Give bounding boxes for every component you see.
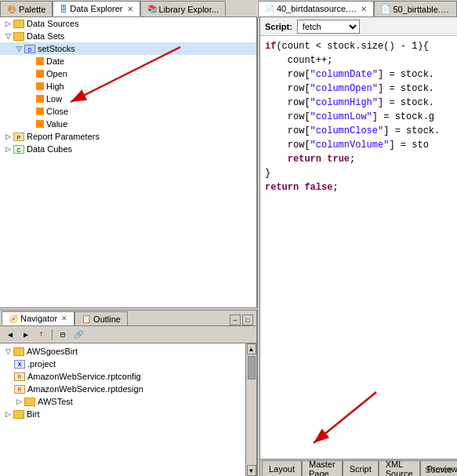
dataset-icon: D <box>24 45 35 53</box>
code-line-5: row["columnHigh"] = stock. <box>265 96 452 110</box>
tab-outline[interactable]: 📋 Outline <box>74 311 128 325</box>
right-panel: Script: fetch open close if(count < stoc… <box>260 17 457 476</box>
field-icon-date <box>36 57 44 65</box>
tree-item-report-params[interactable]: ▷ P Report Parameters <box>0 130 256 143</box>
folder-icon-data-sets <box>13 32 24 41</box>
expand-icon-setstocks: ▽ <box>14 44 24 53</box>
code-line-3: row["columnDate"] = stock. <box>265 67 452 82</box>
data-cubes-icon: C <box>13 145 24 154</box>
vertical-splitter[interactable] <box>257 17 260 476</box>
scroll-thumb[interactable] <box>248 356 256 380</box>
library-icon: 📚 <box>147 5 157 13</box>
code-line-2: count++; <box>265 53 452 67</box>
tab-library-explorer[interactable]: 📚 Library Explor... <box>140 1 226 16</box>
expand-icon-data-sources: ▷ <box>3 19 13 28</box>
maximize-btn[interactable]: □ <box>242 314 253 325</box>
expand-icon-awstest: ▷ <box>14 397 24 406</box>
rpt-icon-config: R <box>14 372 25 381</box>
expand-icon-awsgoesbirt: ▽ <box>3 347 13 356</box>
minimize-btn[interactable]: ─ <box>230 314 241 325</box>
code-area: if(count < stock.size() - 1){ count++; r… <box>260 36 457 459</box>
script-label: Script: <box>265 22 292 31</box>
outline-icon: 📋 <box>82 314 91 323</box>
code-line-4: row["columnOpen"] = stock. <box>265 82 452 96</box>
field-icon-value <box>36 120 44 128</box>
link-btn[interactable]: 🔗 <box>71 329 85 341</box>
field-icon-close <box>36 107 44 115</box>
scroll-down-btn[interactable]: ▼ <box>247 465 256 476</box>
code-line-6: row["columnLow"] = stock.g <box>265 110 452 124</box>
tab-navigator[interactable]: 🧭 Navigator ✕ <box>2 311 74 325</box>
data-explorer-panel: ▷ Data Sources ▽ Data Sets ▽ D setStocks… <box>0 17 257 307</box>
tab-layout[interactable]: Layout <box>262 460 302 476</box>
tree-item-high[interactable]: High <box>0 80 256 93</box>
nav-item-project[interactable]: X .project <box>0 358 245 370</box>
tree-item-setstocks[interactable]: ▽ D setStocks <box>0 42 256 55</box>
code-line-8: row["columnVolume"] = sto <box>265 138 452 152</box>
field-icon-open <box>36 70 44 78</box>
forward-btn[interactable]: ▶ <box>19 329 33 341</box>
navigator-icon: 🧭 <box>9 314 18 323</box>
xml-file-icon-2: 📄 <box>381 5 390 13</box>
folder-icon-birt <box>13 410 24 419</box>
xml-icon-project: X <box>14 360 25 369</box>
folder-icon-awstest <box>24 398 35 406</box>
folder-icon-data-sources <box>13 20 24 28</box>
rpt-icon-design: R <box>14 385 25 394</box>
field-icon-high <box>36 82 44 90</box>
project-folder-icon <box>13 347 24 356</box>
close-icon-navigator[interactable]: ✕ <box>61 314 67 322</box>
up-btn[interactable]: ↑ <box>34 329 49 341</box>
script-header: Script: fetch open close <box>260 17 457 36</box>
horizontal-splitter[interactable] <box>0 307 257 311</box>
navigator-tree: ▽ AWSgoesBirt X .project R AmazonWebServ… <box>0 343 245 476</box>
data-icon: 🗄 <box>60 5 67 13</box>
tab-script[interactable]: Script <box>343 460 379 476</box>
code-line-9: return true; <box>265 152 452 166</box>
tree-item-date[interactable]: Date <box>0 55 256 67</box>
tab-palette[interactable]: 🎨 Palette <box>0 1 53 16</box>
tree-item-data-sets[interactable]: ▽ Data Sets <box>0 30 256 42</box>
navigator-tab-bar: 🧭 Navigator ✕ 📋 Outline ─ □ <box>0 311 256 326</box>
tab-birt-table[interactable]: 📄 50_birttable.x... <box>374 1 457 16</box>
field-icon-low <box>36 95 44 103</box>
tab-data-explorer[interactable]: 🗄 Data Explorer ✕ <box>53 1 140 16</box>
report-params-icon: P <box>13 133 24 141</box>
tab-xml-source[interactable]: XML Source <box>379 460 420 476</box>
tree-item-low[interactable]: Low <box>0 93 256 105</box>
scroll-up-btn[interactable]: ▲ <box>247 343 256 354</box>
expand-icon-data-cubes: ▷ <box>3 144 13 154</box>
source-label: Source <box>425 465 452 474</box>
tree-item-data-cubes[interactable]: ▷ C Data Cubes <box>0 143 256 155</box>
nav-item-awstest[interactable]: ▷ AWSTest <box>0 395 245 408</box>
tab-master-page[interactable]: Master Page <box>302 460 343 476</box>
close-icon-datasource[interactable]: ✕ <box>361 5 367 13</box>
code-line-7: row["columnClose"] = stock. <box>265 124 452 138</box>
tree-item-close[interactable]: Close <box>0 105 256 118</box>
navigator-scrollbar[interactable]: ▲ ▼ <box>245 343 256 476</box>
tab-birt-datasource[interactable]: 📄 40_birtdatasource.xml ✕ <box>258 1 374 16</box>
expand-icon-data-sets: ▽ <box>3 31 13 41</box>
nav-item-awsgoesbirt[interactable]: ▽ AWSgoesBirt <box>0 345 245 358</box>
nav-item-rptconfig[interactable]: R AmazonWebService.rptconfig <box>0 370 245 383</box>
tab-close-data-explorer[interactable]: ✕ <box>127 5 133 13</box>
palette-icon: 🎨 <box>7 5 16 13</box>
script-select[interactable]: fetch open close <box>297 20 360 34</box>
navigator-panel: 🧭 Navigator ✕ 📋 Outline ─ □ ◀ ▶ ↑ ⊟ 🔗 <box>0 311 257 476</box>
expand-icon-birt: ▷ <box>3 409 13 419</box>
tree-item-open[interactable]: Open <box>0 67 256 80</box>
nav-item-birt[interactable]: ▷ Birt <box>0 408 245 420</box>
back-btn[interactable]: ◀ <box>3 329 17 341</box>
code-line-10: } <box>265 166 452 180</box>
collapse-btn[interactable]: ⊟ <box>56 329 70 341</box>
navigator-toolbar: ◀ ▶ ↑ ⊟ 🔗 <box>0 326 256 343</box>
tree-item-data-sources[interactable]: ▷ Data Sources <box>0 17 256 30</box>
tree-item-value[interactable]: Value <box>0 118 256 130</box>
nav-item-rptdesign[interactable]: R AmazonWebService.rptdesign <box>0 383 245 395</box>
code-line-11: return false; <box>265 180 452 194</box>
expand-icon-report-params: ▷ <box>3 132 13 141</box>
xml-file-icon: 📄 <box>265 5 274 13</box>
code-line-1: if(count < stock.size() - 1){ <box>265 39 452 53</box>
